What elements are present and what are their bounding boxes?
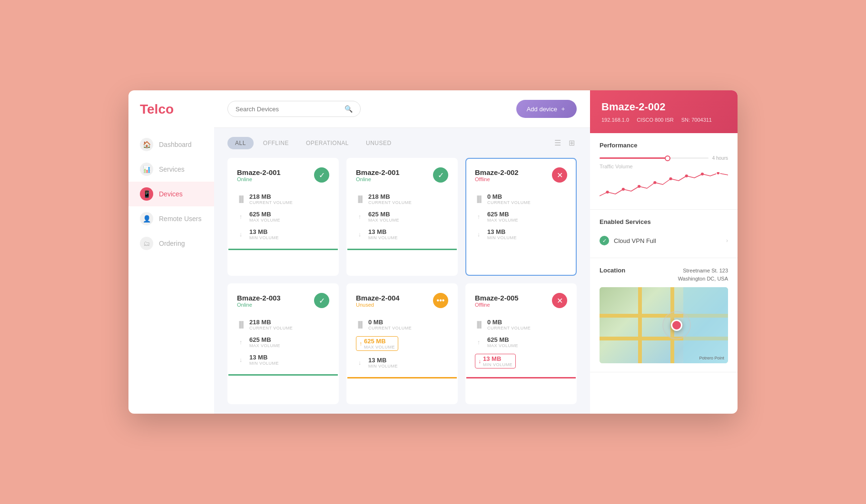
filter-tab-offline[interactable]: OFFLINE: [256, 137, 296, 149]
add-device-button[interactable]: Add device ＋: [516, 100, 577, 118]
device-badge-4: •••: [433, 293, 448, 308]
service-item-0[interactable]: ✓ Cloud VPN Full ›: [600, 232, 728, 249]
metric-min-value-1: 13 MB: [368, 228, 398, 235]
app-logo: Telco: [128, 102, 214, 132]
main-content: 🔍 Add device ＋ ALL OFFLINE OPERATIONAL U…: [214, 90, 590, 414]
up-icon-5: ↑: [475, 339, 482, 346]
service-name-0: Cloud VPN Full: [614, 237, 656, 244]
metric-max-label-2: MAX VOLUME: [487, 218, 518, 223]
metric-current-4: ▐▌ 0 MB CURRENT VOLUME: [356, 316, 448, 333]
sidebar-item-ordering-label: Ordering: [159, 240, 185, 247]
device-card-4[interactable]: Bmaze-2-004 Unused ••• ▐▌ 0 MB CURRENT V…: [346, 283, 458, 404]
metric-max-value-3: 625 MB: [249, 336, 280, 343]
metric-current-value-0: 218 MB: [249, 193, 293, 200]
device-badge-3: ✓: [314, 293, 329, 308]
metric-min-value-5: 13 MB: [483, 355, 512, 362]
metric-max-3: ↑ 625 MB MAX VOLUME: [237, 333, 329, 351]
filter-tab-unused[interactable]: UNUSED: [358, 137, 399, 149]
metric-min-value-3: 13 MB: [249, 354, 279, 361]
sidebar-item-remote-users[interactable]: 👤 Remote Users: [128, 206, 214, 231]
device-badge-1: ✓: [433, 167, 448, 183]
metric-min-label-5: MIN VOLUME: [483, 362, 512, 367]
svg-point-2: [638, 185, 640, 188]
metric-min-label-2: MIN VOLUME: [487, 235, 517, 240]
device-card-5[interactable]: Bmaze-2-005 Offline ✕ ▐▌ 0 MB CURRENT VO…: [465, 283, 577, 404]
device-grid: Bmaze-2-001 Online ✓ ▐▌ 218 MB CURRENT V…: [214, 158, 590, 414]
metric-max-label-3: MAX VOLUME: [249, 343, 280, 348]
service-left-0: ✓ Cloud VPN Full: [600, 236, 656, 245]
location-address-line2: Washington DC, USA: [678, 275, 728, 283]
device-name-3: Bmaze-2-003: [237, 294, 281, 302]
search-box[interactable]: 🔍: [227, 101, 361, 117]
metric-min-0: ↓ 13 MB MIN VOLUME: [237, 225, 329, 243]
add-device-plus-icon: ＋: [560, 105, 566, 113]
up-icon-0: ↑: [237, 213, 245, 220]
location-address: Streetname St. 123 Washington DC, USA: [678, 267, 728, 282]
metric-max-value-2: 625 MB: [487, 211, 518, 218]
view-icons: ☰ ⊞: [552, 136, 577, 149]
down-icon-1: ↓: [356, 231, 364, 238]
device-card-2[interactable]: Bmaze-2-002 Offline ✕ ▐▌ 0 MB CURRENT VO…: [465, 158, 577, 276]
device-name-5: Bmaze-2-005: [475, 294, 519, 302]
filter-tab-operational[interactable]: OPERATIONAL: [298, 137, 356, 149]
performance-title: Performance: [600, 142, 728, 149]
metric-current-label-4: CURRENT VOLUME: [368, 326, 412, 330]
search-icon: 🔍: [344, 105, 353, 113]
device-card-0[interactable]: Bmaze-2-001 Online ✓ ▐▌ 218 MB CURRENT V…: [227, 158, 339, 276]
up-icon-3: ↑: [237, 339, 245, 346]
metric-min-label-0: MIN VOLUME: [249, 235, 279, 240]
metric-current-3: ▐▌ 218 MB CURRENT VOLUME: [237, 316, 329, 333]
location-address-line1: Streetname St. 123: [678, 267, 728, 275]
metric-current-value-4: 0 MB: [368, 319, 412, 326]
panel-serial: SN: 7004311: [681, 117, 712, 123]
service-check-icon-0: ✓: [600, 236, 609, 245]
device-badge-5: ✕: [552, 293, 567, 308]
grid-view-button[interactable]: ⊞: [567, 136, 577, 149]
search-input[interactable]: [236, 106, 341, 113]
sidebar-item-ordering[interactable]: 🗂 Ordering: [128, 231, 214, 256]
metric-max-5: ↑ 625 MB MAX VOLUME: [475, 333, 567, 351]
enabled-services-title: Enabled Services: [600, 218, 728, 225]
device-status-0: Online: [237, 176, 281, 182]
perf-slider[interactable]: 4 hours: [600, 155, 728, 161]
device-info-1: Bmaze-2-001 Online: [356, 168, 400, 182]
device-metrics-4: ▐▌ 0 MB CURRENT VOLUME ↑ 625 MB MAX VOLU…: [356, 316, 448, 371]
list-view-button[interactable]: ☰: [552, 136, 563, 149]
down-icon-0: ↓: [237, 231, 245, 238]
sidebar-item-dashboard[interactable]: 🏠 Dashboard: [128, 132, 214, 157]
app-container: Telco 🏠 Dashboard 📊 Services 📱 Devices 👤…: [128, 90, 738, 414]
metric-current-0: ▐▌ 218 MB CURRENT VOLUME: [237, 190, 329, 208]
metric-current-value-5: 0 MB: [487, 319, 531, 326]
down-icon-5: ↓: [478, 358, 481, 365]
filter-tab-all[interactable]: ALL: [227, 137, 254, 149]
device-card-1[interactable]: Bmaze-2-001 Online ✓ ▐▌ 218 MB CURRENT V…: [346, 158, 458, 276]
map-container[interactable]: Potrero Point: [600, 287, 728, 363]
metric-min-2: ↓ 13 MB MIN VOLUME: [475, 225, 567, 243]
metric-max-value-0: 625 MB: [249, 211, 280, 218]
metric-max-label-4: MAX VOLUME: [364, 345, 395, 349]
filter-tabs: ALL OFFLINE OPERATIONAL UNUSED: [227, 137, 399, 149]
sidebar-item-devices[interactable]: 📱 Devices: [128, 182, 214, 206]
volume-icon-4: ▐▌: [356, 321, 364, 328]
device-card-header-4: Bmaze-2-004 Unused •••: [356, 293, 448, 308]
panel-device-name: Bmaze-2-002: [601, 101, 726, 113]
device-status-2: Offline: [475, 176, 519, 182]
volume-icon-2: ▐▌: [475, 195, 482, 203]
performance-section: Performance 4 hours Traffic Volume: [590, 133, 738, 210]
device-metrics-1: ▐▌ 218 MB CURRENT VOLUME ↑ 625 MB MAX VO…: [356, 190, 448, 243]
device-status-5: Offline: [475, 302, 519, 308]
down-icon-3: ↓: [237, 356, 245, 363]
metric-max-value-5: 625 MB: [487, 336, 518, 343]
add-device-label: Add device: [527, 106, 557, 113]
sidebar-item-services-label: Services: [159, 165, 185, 173]
metric-min-box-5: ↓ 13 MB MIN VOLUME: [475, 354, 516, 368]
device-card-3[interactable]: Bmaze-2-003 Online ✓ ▐▌ 218 MB CURRENT V…: [227, 283, 339, 404]
device-info-3: Bmaze-2-003 Online: [237, 294, 281, 308]
volume-icon-5: ▐▌: [475, 321, 482, 328]
sidebar-item-services[interactable]: 📊 Services: [128, 157, 214, 182]
svg-point-1: [622, 188, 625, 191]
device-name-0: Bmaze-2-001: [237, 168, 281, 176]
metric-max-2: ↑ 625 MB MAX VOLUME: [475, 208, 567, 225]
svg-point-3: [653, 181, 656, 184]
up-icon-1: ↑: [356, 213, 364, 220]
